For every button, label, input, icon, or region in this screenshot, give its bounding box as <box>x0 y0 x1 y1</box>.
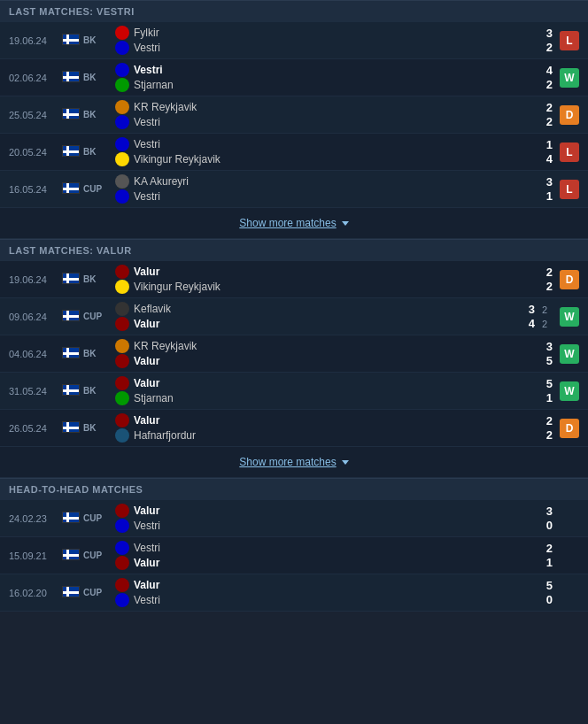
score-main: 2 <box>542 428 553 442</box>
flag-icon <box>62 347 80 361</box>
match-row: 16.02.20CUPValurVestri50 <box>0 574 588 612</box>
team-name: Stjarnan <box>134 79 174 91</box>
flag-icon <box>62 384 80 398</box>
team-icon <box>115 26 129 40</box>
match-teams: ValurVikingur Reykjavik <box>115 265 510 294</box>
match-date: 24.02.23 <box>9 513 62 524</box>
match-teams: ValurVestri <box>115 578 510 607</box>
match-teams: KA AkureyriVestri <box>115 174 510 204</box>
score-row: 1 <box>542 556 553 569</box>
match-row: 31.05.24BKValurStjarnan51W <box>0 373 588 410</box>
team-row: Valur <box>115 413 510 427</box>
team-row: Vestri <box>115 115 510 129</box>
score-main: 5 <box>542 377 553 390</box>
result-badge: D <box>560 419 579 438</box>
show-more-button-valur[interactable]: Show more matches <box>239 456 348 468</box>
score-main: 2 <box>542 101 553 114</box>
match-scores: 22 <box>517 101 553 128</box>
team-icon <box>115 115 129 129</box>
team-row: KR Reykjavik <box>115 100 510 114</box>
score-main: 5 <box>542 579 553 592</box>
match-date: 02.06.24 <box>9 73 62 83</box>
match-date: 19.06.24 <box>9 274 62 285</box>
score-row: 5 <box>542 354 553 367</box>
flag-icon <box>62 310 80 324</box>
flag-icon <box>62 108 80 122</box>
team-icon <box>115 174 129 189</box>
match-type: BK <box>83 386 110 396</box>
team-icon <box>115 519 129 533</box>
match-teams: ValurHafnarfjordur <box>115 413 510 443</box>
score-row: 2 <box>542 78 553 91</box>
team-row: Vestri <box>115 189 510 204</box>
score-main: 2 <box>542 115 553 128</box>
match-date: 04.06.24 <box>9 349 62 359</box>
score-extra: 2 <box>542 304 553 315</box>
show-more-button-vestri[interactable]: Show more matches <box>239 217 348 229</box>
score-main: 3 <box>542 175 553 189</box>
score-main: 0 <box>542 519 553 532</box>
team-row: Keflavik <box>115 302 510 316</box>
match-row: 09.06.24CUPKeflavikValur3242W <box>0 298 588 335</box>
show-more-row-valur: Show more matches <box>0 447 588 478</box>
team-name: Vestri <box>134 116 160 128</box>
result-badge: L <box>560 180 579 199</box>
score-main: 1 <box>542 556 553 569</box>
team-icon <box>115 78 129 92</box>
team-icon <box>115 593 129 607</box>
section-header-h2h: HEAD-TO-HEAD MATCHES <box>0 478 588 500</box>
flag-icon <box>62 273 80 287</box>
match-type: CUP <box>83 513 110 523</box>
team-icon <box>115 428 129 443</box>
match-type: BK <box>83 147 110 157</box>
team-name: Vikingur Reykjavik <box>134 281 220 293</box>
match-row: 26.05.24BKValurHafnarfjordur22D <box>0 410 588 447</box>
team-icon <box>115 189 129 204</box>
team-name: Vestri <box>134 64 163 76</box>
team-name: Valur <box>134 266 159 278</box>
score-row: 2 <box>542 428 553 442</box>
score-row: 2 <box>542 266 553 279</box>
team-icon <box>115 41 129 55</box>
team-name: Vestri <box>134 542 160 554</box>
score-row: 1 <box>542 391 553 404</box>
team-row: Stjarnan <box>115 391 510 405</box>
score-main: 2 <box>542 280 553 293</box>
team-icon <box>115 376 129 390</box>
score-main: 1 <box>542 189 553 203</box>
team-icon <box>115 391 129 405</box>
match-date: 26.05.24 <box>9 423 62 434</box>
team-name: KR Reykjavik <box>134 101 197 113</box>
score-row: 4 <box>542 64 553 77</box>
match-date: 16.02.20 <box>9 588 62 598</box>
match-row: 25.05.24BKKR ReykjavikVestri22D <box>0 96 588 134</box>
match-teams: VestriVikingur Reykjavik <box>115 137 510 166</box>
score-row: 3 <box>542 175 553 189</box>
show-more-row-vestri: Show more matches <box>0 208 588 239</box>
match-type: BK <box>83 349 110 358</box>
match-row: 19.06.24BKFylkirVestri32L <box>0 22 588 59</box>
team-name: Hafnarfjordur <box>134 429 196 442</box>
team-icon <box>115 265 129 279</box>
match-scores: 50 <box>517 579 553 606</box>
team-name: Keflavik <box>134 303 171 315</box>
team-row: KA Akureyri <box>115 174 510 189</box>
score-main: 1 <box>542 138 553 151</box>
score-row: 2 <box>542 101 553 114</box>
chevron-down-icon <box>342 221 349 226</box>
team-name: Valur <box>134 557 159 569</box>
team-icon <box>115 504 129 518</box>
team-name: Vestri <box>134 138 160 150</box>
match-teams: ValurStjarnan <box>115 376 510 405</box>
team-name: Valur <box>134 504 159 517</box>
score-main: 3 <box>542 504 553 518</box>
team-row: Valur <box>115 317 510 331</box>
match-row: 04.06.24BKKR ReykjavikValur35W <box>0 335 588 373</box>
score-main: 4 <box>542 152 553 166</box>
team-icon <box>115 578 129 592</box>
team-icon <box>115 541 129 555</box>
flag-icon <box>62 586 80 600</box>
result-badge: W <box>560 344 579 364</box>
match-teams: KeflavikValur <box>115 302 510 331</box>
team-icon <box>115 137 129 151</box>
